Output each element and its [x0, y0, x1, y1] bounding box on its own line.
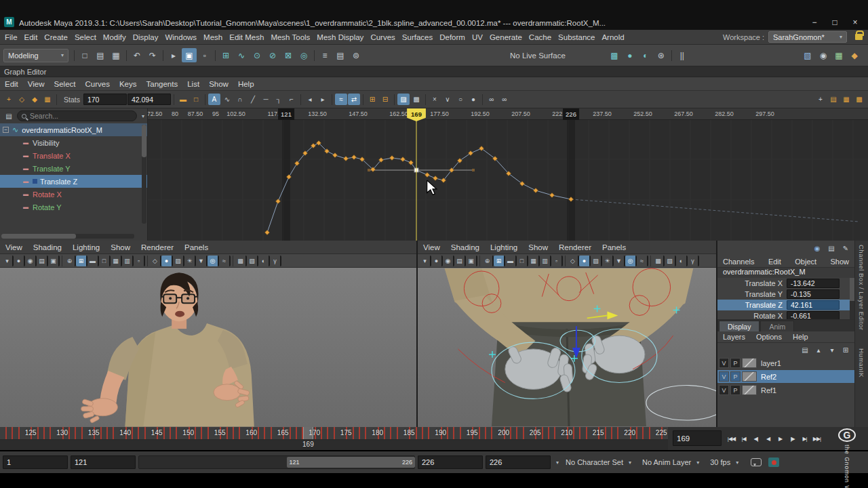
- lock-tangent-weight-icon[interactable]: ●: [467, 94, 479, 105]
- attr-value-field[interactable]: 42.161: [787, 300, 840, 310]
- save-scene-icon[interactable]: ▦: [108, 48, 123, 62]
- clamped-tangent-icon[interactable]: ∩: [234, 94, 246, 105]
- lights-icon[interactable]: ☀: [602, 256, 614, 266]
- move-layer-down-icon[interactable]: ▾: [826, 344, 838, 356]
- curve-key[interactable]: [533, 188, 538, 192]
- menu-file[interactable]: File: [1, 30, 21, 45]
- layer-mode-icon[interactable]: ▤: [799, 344, 811, 356]
- auto-tangent-icon[interactable]: A: [208, 94, 220, 105]
- select-by-hierarchy-icon[interactable]: ▸: [166, 48, 181, 62]
- ge-plot[interactable]: [148, 120, 868, 241]
- curve-key[interactable]: [468, 150, 473, 155]
- curve-key[interactable]: [264, 230, 269, 235]
- wireframe-icon[interactable]: ◇: [150, 256, 161, 266]
- untemplate-channel-icon[interactable]: ▩: [410, 94, 422, 105]
- screen-space-ao-icon[interactable]: ◎: [625, 256, 637, 266]
- anti-aliasing-icon[interactable]: ≈: [219, 256, 231, 266]
- time-editor-icon[interactable]: ▤: [827, 94, 840, 105]
- range-block[interactable]: 121 226: [287, 457, 415, 468]
- menu-show[interactable]: Show: [523, 241, 553, 254]
- scrollbar-thumb[interactable]: [142, 125, 146, 157]
- new-scene-icon[interactable]: □: [77, 48, 92, 62]
- lights-icon[interactable]: ☀: [184, 256, 196, 266]
- render-settings-icon[interactable]: ⊛: [654, 48, 669, 62]
- outliner-root-row[interactable]: −∿overdrammaticRootX_M: [0, 123, 148, 136]
- smooth-shade-icon[interactable]: ●: [161, 256, 173, 266]
- anti-aliasing-icon[interactable]: ≈: [637, 256, 648, 266]
- channel-row-translate-y[interactable]: ▬Translate Y: [0, 162, 147, 175]
- menu-list[interactable]: List: [182, 77, 204, 91]
- menu-show[interactable]: Show: [105, 241, 136, 254]
- menu-edit[interactable]: Edit: [21, 30, 41, 45]
- character-icon[interactable]: ◉: [811, 243, 823, 254]
- select-by-object-icon[interactable]: ▣: [182, 48, 197, 62]
- vp-right-canvas[interactable]: [418, 268, 716, 427]
- xgen-icon[interactable]: ▦: [831, 48, 846, 62]
- range-options-caret[interactable]: ▾: [556, 460, 559, 466]
- unify-tangents-icon[interactable]: ∨: [441, 94, 454, 105]
- open-scene-icon[interactable]: ▤: [93, 48, 108, 62]
- two-d-pan-zoom-icon[interactable]: ⊕: [64, 256, 76, 266]
- menu-uv[interactable]: UV: [469, 30, 486, 45]
- layer-playback-toggle[interactable]: P: [730, 385, 741, 395]
- select-camera-icon[interactable]: ▾: [2, 256, 14, 266]
- plateau-tangent-icon[interactable]: ⌐: [285, 94, 298, 105]
- isolate-select-icon[interactable]: ▩: [653, 256, 665, 266]
- attr-value-field[interactable]: -13.642: [787, 279, 840, 288]
- menu-lighting[interactable]: Lighting: [67, 241, 105, 254]
- render-current-frame-icon[interactable]: ●: [623, 48, 637, 62]
- step-forward-key-button[interactable]: ▶|: [799, 430, 810, 447]
- menu-deform[interactable]: Deform: [436, 30, 469, 45]
- outliner-horizontal-scrollbar[interactable]: [1, 234, 134, 239]
- trax-editor-icon[interactable]: ▩: [853, 94, 865, 105]
- outliner-vertical-scrollbar[interactable]: [142, 125, 146, 224]
- default-out-tangent-icon[interactable]: ▸: [317, 94, 329, 105]
- snap-to-point-icon[interactable]: ⊙: [250, 48, 264, 62]
- tl-ticks[interactable]: 1251301351401451501551601651701751801851…: [0, 427, 668, 440]
- layer-row-layer1[interactable]: VPlayer1: [717, 357, 854, 369]
- anim-layer-selector[interactable]: No Anim Layer ▾: [638, 458, 703, 466]
- channel-row-visibility[interactable]: ▬Visibility: [0, 136, 147, 149]
- menu-tangents[interactable]: Tangents: [142, 77, 183, 91]
- menu-view[interactable]: View: [418, 241, 446, 254]
- layer-type-swatch[interactable]: [742, 371, 757, 382]
- menu-view[interactable]: View: [0, 241, 28, 254]
- minimize-button[interactable]: −: [810, 18, 819, 27]
- channel-row-translate-x[interactable]: ▬Translate X: [0, 149, 147, 162]
- layer-row-ref1[interactable]: VPRef1: [717, 384, 854, 396]
- resolution-gate-icon[interactable]: □: [517, 256, 528, 266]
- menu-mesh-display[interactable]: Mesh Display: [313, 30, 367, 45]
- curve-key[interactable]: [433, 176, 437, 180]
- workspace-selector[interactable]: SarahGnomon* ▾: [768, 31, 847, 43]
- two-d-pan-zoom-icon[interactable]: ⊕: [482, 256, 494, 266]
- shadows-icon[interactable]: ▼: [196, 256, 208, 266]
- cb-scrollbar[interactable]: [850, 278, 854, 319]
- menu-curves[interactable]: Curves: [367, 30, 398, 45]
- stats-frame-field[interactable]: 170: [83, 94, 127, 105]
- collapse-icon[interactable]: −: [3, 127, 9, 133]
- menu-shading[interactable]: Shading: [446, 241, 485, 254]
- go-to-start-button[interactable]: |◀◀: [726, 430, 737, 447]
- menu-curves[interactable]: Curves: [81, 77, 115, 91]
- image-plane-icon[interactable]: ▣: [48, 256, 60, 266]
- field-chart-icon[interactable]: ▥: [540, 256, 551, 266]
- cb-object-name[interactable]: overdrammatic:RootX_M: [717, 268, 854, 278]
- menu-channels[interactable]: Channels: [723, 254, 754, 269]
- step-forward-frame-button[interactable]: |▶: [787, 430, 798, 447]
- layer-row-ref2[interactable]: VPRef2: [717, 370, 854, 383]
- gate-mask-icon[interactable]: ▦: [528, 256, 540, 266]
- textured-icon[interactable]: ▨: [173, 256, 184, 266]
- channel-row-translate-z[interactable]: ▬Translate Z: [0, 175, 147, 188]
- layer-playback-toggle[interactable]: P: [730, 371, 741, 382]
- anim-start-field[interactable]: 1: [3, 455, 68, 469]
- close-button[interactable]: ×: [850, 18, 860, 27]
- curve-key[interactable]: [549, 192, 554, 197]
- search-box[interactable]: Search...: [17, 110, 137, 121]
- image-plane-icon[interactable]: ▣: [466, 256, 477, 266]
- fps-selector[interactable]: 30 fps ▾: [706, 458, 743, 466]
- menu-lighting[interactable]: Lighting: [485, 241, 523, 254]
- menu-options[interactable]: Options: [756, 329, 782, 344]
- isolate-select-icon[interactable]: ▩: [235, 256, 247, 266]
- play-forwards-button[interactable]: ▶: [774, 430, 786, 447]
- live-surface-field[interactable]: No Live Surface: [510, 52, 566, 60]
